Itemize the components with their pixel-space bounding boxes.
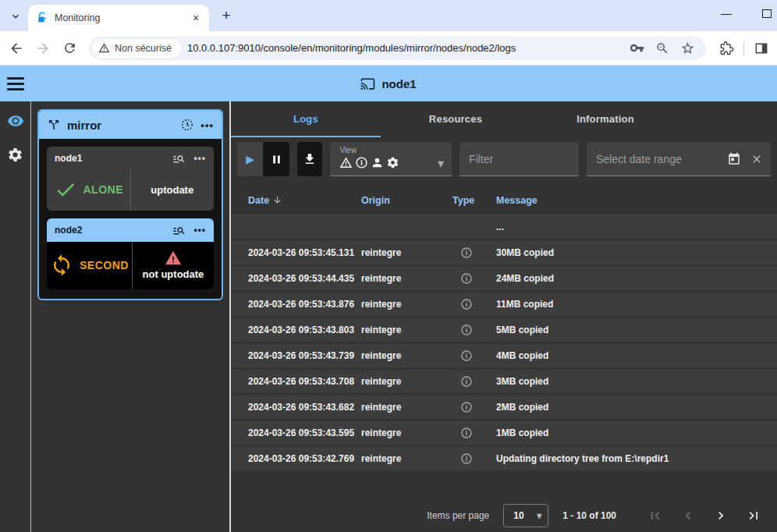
zoom-out-icon[interactable] <box>655 41 669 55</box>
log-table-row[interactable]: 2024-03-26 09:53:43.803 reintegre 5MB co… <box>231 318 777 344</box>
warning-type-icon <box>339 156 353 169</box>
app-body: mirror ••• node1 ••• <box>0 101 777 532</box>
log-table-row[interactable]: 2024-03-26 09:53:43.739 reintegre 4MB co… <box>231 344 777 370</box>
tab-search-button[interactable] <box>5 5 27 27</box>
info-icon[interactable] <box>460 298 473 310</box>
info-icon[interactable] <box>460 246 473 259</box>
log-message-cell: 30MB copied <box>496 247 777 258</box>
node2-state-label: SECOND <box>80 259 129 271</box>
log-table-row[interactable]: ... <box>231 215 777 241</box>
log-message-cell: 1MB copied <box>496 427 777 438</box>
forward-button[interactable] <box>31 37 55 60</box>
reload-button[interactable] <box>58 37 81 60</box>
extensions-icon[interactable] <box>718 41 734 56</box>
history-clock-icon[interactable] <box>180 118 194 132</box>
log-table-row[interactable]: 2024-03-26 09:53:42.769 reintegre Updati… <box>231 447 777 473</box>
check-icon <box>54 178 77 201</box>
node1-header: node1 ••• <box>47 147 214 170</box>
address-bar[interactable]: Non sécurisé 10.0.0.107:9010/console/en/… <box>89 37 706 60</box>
log-table-row[interactable]: 2024-03-26 09:53:45.131 reintegre 30MB c… <box>231 241 777 267</box>
node1-body: ALONE uptodate <box>47 170 214 211</box>
log-date-cell: 2024-03-26 09:53:43.595 <box>231 427 361 438</box>
node1-search-logs-icon[interactable] <box>172 152 186 165</box>
log-origin-cell: reintegre <box>361 453 452 464</box>
monitor-eye-icon[interactable] <box>7 112 24 129</box>
pause-button[interactable] <box>263 142 289 176</box>
log-origin-cell: reintegre <box>361 427 452 438</box>
browser-tab-strip: Monitoring × + — <box>0 0 777 31</box>
log-message-cell: 5MB copied <box>496 325 777 335</box>
page-size-value: 10 <box>513 510 523 521</box>
log-table-row[interactable]: 2024-03-26 09:53:43.876 reintegre 11MB c… <box>231 293 777 318</box>
log-table: Date Origin Type Message ... 2024-03-26 … <box>231 186 777 499</box>
info-icon[interactable] <box>460 452 473 465</box>
log-type-cell <box>452 298 496 310</box>
window-maximize-button[interactable] <box>754 3 774 23</box>
browser-tab-monitoring[interactable]: Monitoring × <box>28 5 209 31</box>
page-size-select[interactable]: 10 ▾ <box>503 504 548 527</box>
node1-state-label: ALONE <box>83 183 124 196</box>
previous-page-button[interactable] <box>676 503 701 528</box>
next-page-button[interactable] <box>708 503 733 528</box>
column-header-origin[interactable]: Origin <box>361 195 452 206</box>
mirror-module-card[interactable]: mirror ••• node1 ••• <box>37 109 223 300</box>
node1-state: ALONE <box>47 170 130 211</box>
back-button[interactable] <box>5 37 28 60</box>
password-key-icon[interactable] <box>630 41 644 55</box>
bookmark-star-icon[interactable] <box>680 41 695 55</box>
info-icon[interactable] <box>460 349 473 362</box>
info-icon[interactable] <box>460 427 473 439</box>
module-more-icon[interactable]: ••• <box>200 119 214 131</box>
node2-search-logs-icon[interactable] <box>172 224 186 237</box>
download-logs-button[interactable] <box>297 142 323 176</box>
tab-resources[interactable]: Resources <box>381 101 530 137</box>
info-icon[interactable] <box>460 324 473 336</box>
date-range-input[interactable] <box>587 153 727 165</box>
log-origin-cell: reintegre <box>361 299 452 310</box>
side-panel-icon[interactable] <box>754 41 769 56</box>
filter-input[interactable] <box>459 153 579 165</box>
log-origin-cell: reintegre <box>361 273 452 284</box>
sync-icon <box>50 254 73 277</box>
tab-close-icon[interactable]: × <box>189 11 203 25</box>
tab-information[interactable]: Information <box>530 101 680 137</box>
info-icon[interactable] <box>460 375 473 388</box>
tab-logs[interactable]: Logs <box>231 101 381 137</box>
log-type-cell <box>452 401 496 413</box>
first-page-button[interactable] <box>643 503 668 528</box>
last-page-button[interactable] <box>741 503 766 528</box>
new-tab-button[interactable]: + <box>215 5 237 27</box>
settings-gear-icon[interactable] <box>7 147 23 163</box>
node1-card[interactable]: node1 ••• ALONE uptodate <box>47 147 214 211</box>
select-caret-icon: ▾ <box>438 156 444 171</box>
window-minimize-button[interactable]: — <box>716 3 736 23</box>
log-table-row[interactable]: 2024-03-26 09:53:43.708 reintegre 3MB co… <box>231 370 777 395</box>
main-content: Logs Resources Information ▶ View <box>229 101 777 532</box>
log-table-row[interactable]: 2024-03-26 09:53:44.435 reintegre 24MB c… <box>231 267 777 293</box>
node2-more-icon[interactable]: ••• <box>193 225 206 236</box>
menu-button[interactable] <box>0 66 31 101</box>
view-filter-select[interactable]: View ▾ <box>330 142 452 176</box>
column-header-message[interactable]: Message <box>496 195 777 206</box>
browser-action-icons <box>712 41 769 56</box>
node1-sync-label: uptodate <box>151 184 193 196</box>
column-header-date[interactable]: Date <box>231 195 361 206</box>
calendar-icon[interactable] <box>727 152 741 166</box>
log-date-cell: 2024-03-26 09:53:43.708 <box>231 376 361 387</box>
view-select-label: View <box>339 146 445 154</box>
node2-card[interactable]: node2 ••• SECOND <box>47 218 214 289</box>
play-button[interactable]: ▶ <box>237 142 263 176</box>
log-table-row[interactable]: 2024-03-26 09:53:43.595 reintegre 1MB co… <box>231 421 777 447</box>
icon-rail <box>0 101 31 532</box>
column-header-type[interactable]: Type <box>452 195 496 206</box>
log-table-row[interactable]: 2024-03-26 09:53:43.682 reintegre 2MB co… <box>231 395 777 421</box>
node1-more-icon[interactable]: ••• <box>193 153 206 164</box>
info-icon[interactable] <box>460 272 473 285</box>
security-chip[interactable]: Non sécurisé <box>92 39 181 58</box>
clear-date-icon[interactable] <box>750 153 763 165</box>
pager-arrows <box>643 503 766 528</box>
log-origin-cell: reintegre <box>361 247 452 258</box>
info-icon[interactable] <box>460 401 473 413</box>
log-origin-cell: reintegre <box>361 325 452 335</box>
modules-panel: mirror ••• node1 ••• <box>31 101 229 532</box>
